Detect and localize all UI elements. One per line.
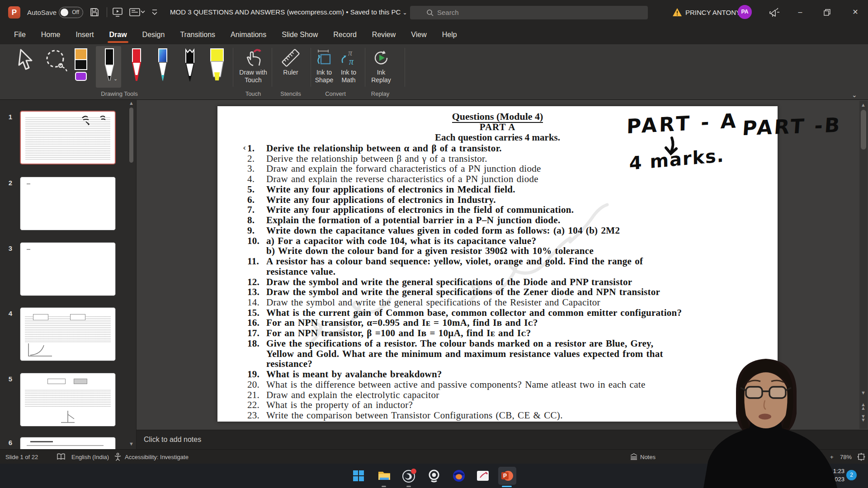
zoom-out-button[interactable]: − xyxy=(821,454,824,460)
slide-indicator[interactable]: Slide 1 of 22 xyxy=(5,454,38,460)
slide-layout-icon[interactable] xyxy=(129,8,146,17)
menu-tab-home[interactable]: Home xyxy=(33,25,68,44)
question-line: 11.A resistor has a colour band sequence… xyxy=(247,256,774,266)
taskbar-obs-studio[interactable] xyxy=(400,467,418,485)
fit-to-window-icon[interactable] xyxy=(857,453,865,461)
thumbnail-diagram xyxy=(33,314,48,320)
scroll-up-icon[interactable]: ▲ xyxy=(128,100,134,106)
slide-thumbnail-5[interactable] xyxy=(20,373,116,427)
menu-tab-record[interactable]: Record xyxy=(326,25,364,44)
pencil-icon[interactable] xyxy=(181,48,199,84)
language-indicator[interactable]: English (India) xyxy=(71,454,109,460)
notes-placeholder[interactable]: Click to add notes xyxy=(144,436,201,444)
menu-tab-file[interactable]: File xyxy=(6,25,33,44)
eraser-icon[interactable] xyxy=(73,48,89,83)
menu-tab-review[interactable]: Review xyxy=(364,25,403,44)
question-line: b) Write down the colour band for a give… xyxy=(247,245,774,256)
save-icon[interactable] xyxy=(90,7,99,17)
previous-slide-button[interactable]: ▲▲ xyxy=(860,403,866,410)
thumbnail-number: 6 xyxy=(5,439,15,446)
running-indicator xyxy=(406,486,411,487)
menu-tab-transitions[interactable]: Transitions xyxy=(172,25,223,44)
menu-tab-help[interactable]: Help xyxy=(434,25,465,44)
scrollbar-thumb[interactable] xyxy=(129,108,133,163)
taskbar-file-explorer[interactable] xyxy=(375,467,393,485)
file-explorer-icon xyxy=(377,470,391,482)
thumbnail-number: 3 xyxy=(5,244,15,252)
select-cursor-icon[interactable] xyxy=(16,48,36,71)
pen-dropdown-chevron-icon[interactable]: ⌄ xyxy=(113,76,118,82)
slide-canvas[interactable]: Questions (Module 4) PART A Each questio… xyxy=(217,106,778,422)
taskbar-start-button[interactable] xyxy=(349,467,368,485)
next-slide-button[interactable]: ▼▼ xyxy=(860,414,866,422)
notification-badge[interactable]: 2 xyxy=(846,470,857,480)
taskbar-whiteboard-app[interactable] xyxy=(474,467,492,485)
scroll-down-icon[interactable]: ▼ xyxy=(860,390,866,395)
question-line: 22.What is the property of an inductor? xyxy=(247,399,774,410)
zoom-level[interactable]: 78% xyxy=(840,454,852,460)
taskbar-language[interactable]: IN xyxy=(741,478,747,484)
menu-tab-draw[interactable]: Draw xyxy=(101,25,134,44)
red-pen-icon[interactable] xyxy=(127,48,146,84)
taskbar-clock[interactable]: 1:23 xyxy=(833,468,844,474)
menu-tab-animations[interactable]: Animations xyxy=(223,25,274,44)
restore-button[interactable] xyxy=(824,9,830,16)
search-input[interactable]: Search xyxy=(410,6,648,19)
warning-icon[interactable] xyxy=(672,8,682,17)
document-title[interactable]: MOD 3 QUESTIONS AND ANSWERS (wecompress.… xyxy=(170,8,407,16)
notes-pane[interactable]: Click to add notes xyxy=(137,430,868,449)
avatar[interactable]: PA xyxy=(738,5,752,19)
slide-thumbnail-1[interactable] xyxy=(20,111,116,164)
user-name[interactable]: PRINCY ANTONY xyxy=(685,9,741,16)
scrollbar-thumb[interactable] xyxy=(861,110,866,150)
question-line: 4.Draw and explain the reverse character… xyxy=(247,174,774,184)
slide-thumbnail-3[interactable] xyxy=(20,242,116,296)
collapse-ribbon-icon[interactable]: ⌄ xyxy=(852,91,857,99)
question-line: 8.Explain the formation of a potential b… xyxy=(247,215,774,225)
taskbar-camera-app[interactable] xyxy=(425,467,443,485)
slide-thumbnail-4[interactable] xyxy=(20,307,116,361)
minimize-button[interactable]: – xyxy=(793,5,807,20)
accessibility-icon[interactable] xyxy=(114,453,122,461)
active-indicator xyxy=(502,486,512,487)
lasso-select-icon[interactable] xyxy=(43,48,69,73)
accessibility-status[interactable]: Accessibility: Investigate xyxy=(125,454,189,460)
menu-tab-insert[interactable]: Insert xyxy=(68,25,101,44)
spellcheck-book-icon[interactable] xyxy=(57,453,65,460)
powerpoint-icon: P xyxy=(500,469,514,483)
slide-thumbnail-2[interactable] xyxy=(20,177,116,230)
powerpoint-logo-icon[interactable]: P xyxy=(8,6,20,19)
taskbar-date[interactable]: 30-05-2023 xyxy=(815,476,845,483)
scroll-up-icon[interactable]: ▲ xyxy=(860,102,866,108)
meet-app-icon xyxy=(452,469,466,483)
autosave-toggle[interactable]: Off xyxy=(59,7,83,18)
draw-with-touch-button[interactable]: Draw with Touch xyxy=(236,47,270,84)
zoom-in-button[interactable]: + xyxy=(830,454,834,460)
thumbnail-scrollbar[interactable]: ▲ ▼ xyxy=(128,103,134,446)
close-button[interactable]: ✕ xyxy=(848,5,863,20)
svg-text:P: P xyxy=(503,473,507,479)
ruler-button[interactable]: Ruler xyxy=(274,47,308,76)
coming-soon-megaphone-icon[interactable] xyxy=(769,7,780,19)
scroll-down-icon[interactable]: ▼ xyxy=(128,441,134,446)
yellow-highlighter-icon[interactable] xyxy=(207,48,227,84)
menu-tab-design[interactable]: Design xyxy=(135,25,173,44)
galaxy-pen-icon[interactable] xyxy=(154,48,172,84)
ink-to-math-icon: π π xyxy=(339,48,358,67)
ink-to-shape-icon xyxy=(315,48,334,67)
ink-replay-button[interactable]: Ink Replay xyxy=(364,47,398,84)
thumbnail-content xyxy=(27,249,30,250)
search-icon xyxy=(426,9,434,17)
ink-to-math-button[interactable]: π π Ink to Math xyxy=(331,47,366,84)
menu-tab-slide-show[interactable]: Slide Show xyxy=(274,25,326,44)
quick-access-chevron-icon[interactable] xyxy=(151,9,158,16)
slide-thumbnail-6[interactable] xyxy=(20,437,116,449)
question-line: 14.Draw the symbol and write the general… xyxy=(247,297,774,307)
notes-toggle[interactable]: Notes xyxy=(640,454,656,460)
taskbar-meet-app[interactable] xyxy=(450,467,468,485)
slide-scrollbar[interactable]: ▲ ▼ ▲▲ ▼▼ xyxy=(859,101,868,429)
taskbar-powerpoint[interactable]: P xyxy=(498,467,516,485)
question-line: 16.For an NPN transistor, α=0.995 and Iᴇ… xyxy=(247,317,774,328)
start-presentation-icon[interactable] xyxy=(112,7,123,17)
menu-tab-view[interactable]: View xyxy=(403,25,434,44)
